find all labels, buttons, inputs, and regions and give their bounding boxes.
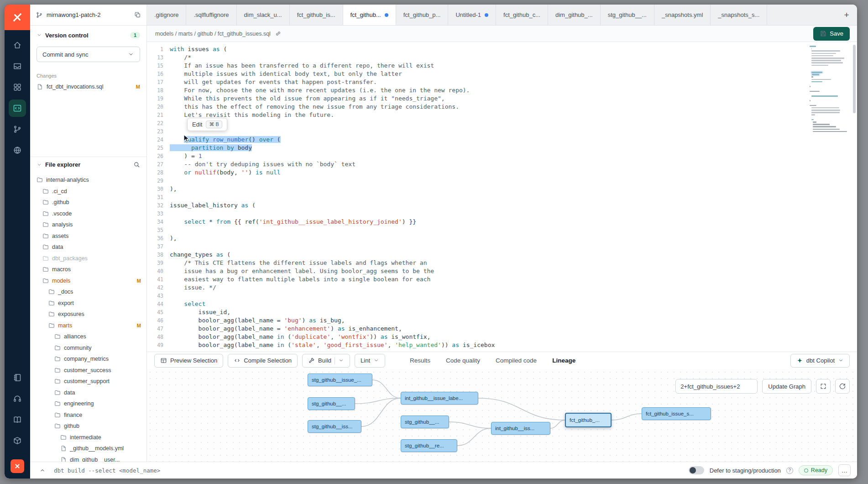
rail-button-notebook[interactable]	[5, 367, 30, 388]
tree-item-internal-analytics[interactable]: internal-analytics	[30, 174, 146, 186]
lint-button[interactable]: Lint	[355, 354, 385, 368]
code-text[interactable]: easiest way to flatten multiple labels i…	[170, 275, 430, 284]
branch-name[interactable]: mirnawong1-patch-2	[47, 11, 131, 18]
tree-item-data[interactable]: data	[30, 242, 146, 253]
rail-button-docs[interactable]	[5, 409, 30, 430]
compile-selection-button[interactable]: Compile Selection	[228, 354, 298, 368]
tree-item-assets[interactable]: assets	[30, 231, 146, 242]
tree-item-company_metrics[interactable]: company_metrics	[30, 353, 146, 365]
update-graph-button[interactable]: Update Graph	[762, 379, 811, 394]
tree-item-engineering[interactable]: engineering	[30, 398, 146, 410]
code-text[interactable]: this has the effect of removing the new …	[170, 103, 459, 111]
tree-item-customer_support[interactable]: customer_support	[30, 376, 146, 387]
rail-button-support[interactable]	[5, 388, 30, 409]
lineage-node-stg_github__[interactable]: stg_github__...	[401, 416, 449, 428]
tree-item-analysis[interactable]: analysis	[30, 219, 146, 231]
code-text[interactable]: ),	[170, 234, 177, 242]
tree-item-export[interactable]: export	[30, 298, 146, 309]
new-tab-button[interactable]: +	[840, 8, 853, 22]
tree-item--ci_cd[interactable]: .ci_cd	[30, 186, 146, 197]
tree-item-exposures[interactable]: exposures	[30, 309, 146, 320]
tab-_snapshots-yml[interactable]: _snapshots.yml	[654, 5, 711, 25]
tree-item-marts[interactable]: martsM	[30, 320, 146, 331]
tree-item-macros[interactable]: macros	[30, 264, 146, 275]
tab-untitled-1[interactable]: Untitled-1	[448, 5, 496, 25]
code-text[interactable]: boolor_agg(label_name = 'enhancement') a…	[170, 325, 402, 333]
rail-button-packages[interactable]	[5, 430, 30, 451]
code-text[interactable]: -- don't try deduping issues with no `bo…	[170, 160, 356, 168]
tree-item-community[interactable]: community	[30, 342, 146, 354]
code-text[interactable]: or nullif(body, '') is null	[170, 168, 281, 177]
tree-item-customer_success[interactable]: customer_success	[30, 365, 146, 376]
code-text[interactable]: /*	[170, 53, 191, 62]
rail-button-apps[interactable]	[5, 77, 30, 98]
tree-item--vscode[interactable]: .vscode	[30, 208, 146, 220]
lineage-node-fct_github_issue_s[interactable]: fct_github_issue_s...	[642, 407, 711, 420]
search-icon[interactable]	[133, 161, 140, 168]
tab-fct_github_c-[interactable]: fct_github_c...	[496, 5, 548, 25]
tree-item-_docs[interactable]: _docs	[30, 286, 146, 298]
code-text[interactable]: boolor_agg(label_name = 'bug') as is_bug…	[170, 316, 345, 325]
tree-item-github[interactable]: github	[30, 421, 146, 432]
dbt-logo[interactable]	[5, 5, 30, 30]
file-explorer-header[interactable]: File explorer	[30, 157, 146, 172]
code-text[interactable]: If an issue has been transferred to a di…	[170, 62, 434, 70]
rail-button-branch[interactable]	[5, 119, 30, 140]
command-preview[interactable]: dbt build --select <model_name>	[54, 467, 160, 474]
tab-dim_github_-[interactable]: dim_github_...	[548, 5, 601, 25]
lineage-node-stg_github__re[interactable]: stg_github__re...	[401, 439, 457, 452]
breadcrumb[interactable]: models / marts / github / fct_github_iss…	[155, 31, 271, 37]
code-text[interactable]: will get updates for events that happen …	[170, 78, 377, 86]
code-text[interactable]: issue has a bug or enhancement label. Us…	[170, 267, 434, 275]
tree-item-dim_github__user-[interactable]: dim_github__user...	[30, 454, 146, 462]
lineage-node-int_github__iss[interactable]: int_github__iss...	[491, 422, 550, 435]
pane-tab-lineage[interactable]: Lineage	[552, 357, 575, 364]
tree-item-finance[interactable]: finance	[30, 410, 146, 421]
tree-item-data[interactable]: data	[30, 387, 146, 399]
rail-button-develop[interactable]	[5, 98, 30, 119]
lineage-node-stg_github__iss[interactable]: stg_github__iss...	[308, 420, 361, 433]
editor-scrollbar[interactable]	[852, 42, 856, 352]
rail-button-environment[interactable]	[5, 140, 30, 161]
changed-file-row[interactable]: fct_dbt_invocations.sql M	[30, 80, 146, 93]
inline-edit-popup[interactable]: Edit ⌘ B	[187, 118, 227, 131]
expand-command-bar-button[interactable]	[37, 464, 48, 476]
tree-item-_github__models-yml[interactable]: _github__models.yml	[30, 443, 146, 454]
pane-tab-compiled-code[interactable]: Compiled code	[496, 357, 537, 364]
tab--sqlfluffignore[interactable]: .sqlfluffignore	[186, 5, 236, 25]
code-editor[interactable]: 1with issues as (13 /*15 If an issue has…	[147, 42, 857, 352]
code-text[interactable]: multiple issues with identical body text…	[170, 70, 402, 78]
tab-stg_github__-[interactable]: stg_github__...	[601, 5, 654, 25]
tree-item-models[interactable]: modelsM	[30, 275, 146, 287]
code-text[interactable]: with issues as (	[170, 45, 227, 53]
more-options-button[interactable]: …	[838, 464, 851, 476]
commit-and-sync-button[interactable]: Commit and sync	[37, 47, 140, 62]
lineage-node-fct_github_[interactable]: fct_github_...	[565, 413, 612, 427]
code-text[interactable]: issue_id,	[170, 308, 230, 316]
version-control-header[interactable]: Version control 1	[30, 28, 146, 42]
rail-button-inbox[interactable]	[5, 56, 30, 77]
code-text[interactable]: issue. */	[170, 284, 216, 292]
tree-item--github[interactable]: .github	[30, 197, 146, 208]
code-text[interactable]: boolor_agg(label_name in ('duplicate', '…	[170, 333, 430, 341]
refresh-graph-button[interactable]	[835, 379, 850, 394]
code-text[interactable]: /* This CTE flattens the different issue…	[170, 259, 427, 267]
save-button[interactable]: Save	[813, 27, 850, 41]
defer-toggle[interactable]	[689, 466, 704, 474]
lineage-node-int_github__issue_labe[interactable]: int_github__issue_labe...	[401, 392, 478, 405]
rail-button-home[interactable]	[5, 35, 30, 56]
tab-fct_github-[interactable]: fct_github...	[343, 5, 396, 25]
chevron-down-icon[interactable]	[338, 358, 344, 363]
code-text[interactable]: change_types as (	[170, 251, 230, 259]
preview-selection-button[interactable]: Preview Selection	[154, 354, 223, 368]
scrollbar-thumb[interactable]	[853, 45, 856, 113]
chevron-down-icon[interactable]	[373, 358, 379, 363]
tree-item-intermediate[interactable]: intermediate	[30, 432, 146, 443]
code-text[interactable]: issue_label_history as (	[170, 201, 256, 210]
tab-fct_github_is-[interactable]: fct_github_is...	[290, 5, 343, 25]
pane-tab-code-quality[interactable]: Code quality	[446, 357, 480, 364]
fullscreen-button[interactable]	[816, 379, 831, 394]
minimap[interactable]	[810, 46, 849, 132]
code-text[interactable]: While this prevents the old issue from a…	[170, 95, 445, 103]
tab-dim_slack_u-[interactable]: dim_slack_u...	[237, 5, 290, 25]
